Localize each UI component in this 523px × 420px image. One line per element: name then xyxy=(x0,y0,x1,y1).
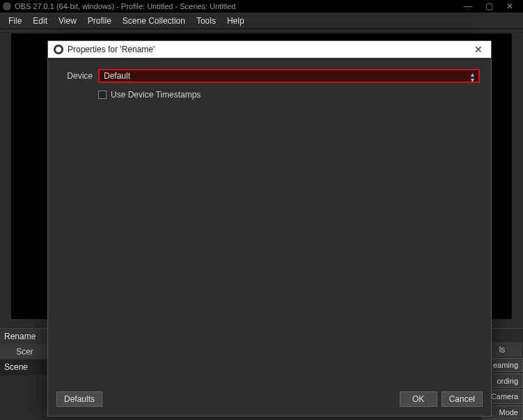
obs-logo-icon xyxy=(54,45,63,54)
menu-file[interactable]: File xyxy=(3,16,27,26)
cancel-button[interactable]: Cancel xyxy=(442,391,483,407)
dialog-titlebar: Properties for 'Rename' ✕ xyxy=(48,41,491,58)
minimize-button[interactable]: — xyxy=(458,1,478,11)
device-select-value: Default xyxy=(104,71,130,81)
device-row: Device Default xyxy=(59,69,480,83)
scene-item[interactable]: Scene xyxy=(0,359,50,375)
menubar: File Edit View Profile Scene Collection … xyxy=(0,13,523,29)
defaults-button[interactable]: Defaults xyxy=(56,391,102,407)
menu-profile[interactable]: Profile xyxy=(82,16,117,26)
source-item-rename[interactable]: Rename xyxy=(0,329,50,344)
checkbox-icon[interactable] xyxy=(98,91,107,99)
use-device-timestamps-row[interactable]: Use Device Timestamps xyxy=(98,90,480,100)
close-window-button[interactable]: ✕ xyxy=(499,1,520,11)
sources-dock: Rename Scer Scene xyxy=(0,328,50,420)
device-label: Device xyxy=(59,71,93,81)
window-title: OBS 27.0.1 (64-bit, windows) - Profile: … xyxy=(15,2,235,10)
dialog-body: Device Default Use Device Timestamps xyxy=(48,58,491,388)
dialog-title-text: Properties for 'Rename' xyxy=(68,45,155,54)
menu-help[interactable]: Help xyxy=(221,16,250,26)
device-select[interactable]: Default xyxy=(98,69,480,83)
ok-button[interactable]: OK xyxy=(400,391,437,407)
scenes-header: Scer xyxy=(0,344,50,359)
chevron-up-down-icon xyxy=(471,72,474,83)
menu-tools[interactable]: Tools xyxy=(191,16,221,26)
obs-logo-icon xyxy=(3,2,11,10)
scenes-list[interactable]: Scene xyxy=(0,359,50,420)
menu-scene-collection[interactable]: Scene Collection xyxy=(117,16,191,26)
use-device-timestamps-label: Use Device Timestamps xyxy=(111,90,201,100)
dialog-footer: Defaults OK Cancel xyxy=(48,388,491,416)
dialog-close-button[interactable]: ✕ xyxy=(471,44,485,55)
properties-dialog: Properties for 'Rename' ✕ Device Default… xyxy=(47,40,492,417)
maximize-button[interactable]: ▢ xyxy=(478,1,499,11)
menu-view[interactable]: View xyxy=(53,16,82,26)
menu-edit[interactable]: Edit xyxy=(27,16,53,26)
window-titlebar: OBS 27.0.1 (64-bit, windows) - Profile: … xyxy=(0,0,523,13)
